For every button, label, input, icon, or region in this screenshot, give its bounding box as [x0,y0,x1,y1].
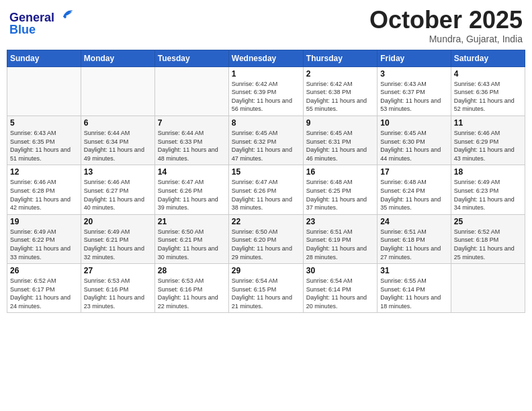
calendar-cell: 12Sunrise: 6:46 AMSunset: 6:28 PMDayligh… [7,165,81,214]
day-number: 3 [380,69,447,79]
calendar-cell: 3Sunrise: 6:43 AMSunset: 6:37 PMDaylight… [378,66,451,116]
day-number: 2 [306,69,374,79]
day-info: Sunrise: 6:53 AMSunset: 6:16 PMDaylight:… [84,277,152,310]
day-header-friday: Friday [378,50,451,66]
title-block: October 2025 Mundra, Gujarat, India [369,7,523,44]
day-number: 4 [454,69,522,79]
day-number: 18 [454,167,522,177]
calendar-cell: 18Sunrise: 6:49 AMSunset: 6:23 PMDayligh… [451,165,525,214]
day-number: 25 [454,217,522,226]
calendar-cell: 14Sunrise: 6:47 AMSunset: 6:26 PMDayligh… [154,165,228,214]
day-header-saturday: Saturday [451,50,525,66]
day-number: 17 [380,167,447,177]
calendar-cell: 17Sunrise: 6:48 AMSunset: 6:24 PMDayligh… [378,165,451,214]
location-subtitle: Mundra, Gujarat, India [369,34,523,44]
day-number: 8 [232,118,300,128]
calendar-header-row: SundayMondayTuesdayWednesdayThursdayFrid… [7,50,525,66]
day-number: 20 [84,217,152,226]
day-number: 22 [232,217,300,226]
calendar-cell: 15Sunrise: 6:47 AMSunset: 6:26 PMDayligh… [228,165,303,214]
day-number: 29 [232,266,300,275]
day-info: Sunrise: 6:53 AMSunset: 6:16 PMDaylight:… [158,277,226,310]
calendar-cell: 28Sunrise: 6:53 AMSunset: 6:16 PMDayligh… [154,264,228,313]
calendar-cell: 1Sunrise: 6:42 AMSunset: 6:39 PMDaylight… [228,66,303,116]
day-info: Sunrise: 6:48 AMSunset: 6:24 PMDaylight:… [380,178,447,212]
calendar-week-3: 12Sunrise: 6:46 AMSunset: 6:28 PMDayligh… [7,165,525,214]
day-number: 31 [380,266,447,275]
calendar-cell: 2Sunrise: 6:42 AMSunset: 6:38 PMDaylight… [303,66,377,116]
day-info: Sunrise: 6:51 AMSunset: 6:19 PMDaylight:… [306,228,374,261]
day-info: Sunrise: 6:52 AMSunset: 6:17 PMDaylight:… [10,277,78,310]
day-header-tuesday: Tuesday [154,50,228,66]
calendar-cell: 21Sunrise: 6:50 AMSunset: 6:21 PMDayligh… [154,214,228,263]
calendar-cell: 24Sunrise: 6:51 AMSunset: 6:18 PMDayligh… [378,214,451,263]
day-header-sunday: Sunday [7,50,81,66]
day-number: 15 [232,167,300,177]
day-info: Sunrise: 6:48 AMSunset: 6:25 PMDaylight:… [306,178,374,212]
calendar-cell [81,66,154,116]
calendar-cell: 27Sunrise: 6:53 AMSunset: 6:16 PMDayligh… [81,264,154,313]
month-title: October 2025 [369,7,523,34]
calendar-cell: 19Sunrise: 6:49 AMSunset: 6:22 PMDayligh… [7,214,81,263]
day-info: Sunrise: 6:45 AMSunset: 6:31 PMDaylight:… [306,129,374,163]
day-info: Sunrise: 6:47 AMSunset: 6:26 PMDaylight:… [232,178,300,212]
day-info: Sunrise: 6:44 AMSunset: 6:34 PMDaylight:… [84,129,152,163]
calendar-cell: 25Sunrise: 6:52 AMSunset: 6:18 PMDayligh… [451,214,525,263]
day-info: Sunrise: 6:46 AMSunset: 6:28 PMDaylight:… [10,178,78,212]
day-info: Sunrise: 6:49 AMSunset: 6:22 PMDaylight:… [10,228,78,261]
day-number: 13 [84,167,152,177]
calendar-cell: 6Sunrise: 6:44 AMSunset: 6:34 PMDaylight… [81,116,154,165]
logo-bird-icon [59,7,74,21]
day-number: 30 [306,266,374,275]
calendar-cell [7,66,81,116]
calendar-cell: 4Sunrise: 6:43 AMSunset: 6:36 PMDaylight… [451,66,525,116]
day-info: Sunrise: 6:42 AMSunset: 6:39 PMDaylight:… [232,80,300,113]
calendar-cell: 20Sunrise: 6:49 AMSunset: 6:21 PMDayligh… [81,214,154,263]
day-info: Sunrise: 6:43 AMSunset: 6:35 PMDaylight:… [10,129,78,163]
day-info: Sunrise: 6:43 AMSunset: 6:37 PMDaylight:… [380,80,447,113]
calendar-cell: 13Sunrise: 6:46 AMSunset: 6:27 PMDayligh… [81,165,154,214]
day-info: Sunrise: 6:43 AMSunset: 6:36 PMDaylight:… [454,80,522,113]
day-number: 11 [454,118,522,128]
calendar-cell: 7Sunrise: 6:44 AMSunset: 6:33 PMDaylight… [154,116,228,165]
day-info: Sunrise: 6:45 AMSunset: 6:32 PMDaylight:… [232,129,300,163]
day-info: Sunrise: 6:50 AMSunset: 6:20 PMDaylight:… [232,228,300,261]
day-header-thursday: Thursday [303,50,377,66]
day-number: 23 [306,217,374,226]
logo-general: General [9,7,74,24]
day-number: 26 [10,266,78,275]
day-number: 12 [10,167,78,177]
day-info: Sunrise: 6:52 AMSunset: 6:18 PMDaylight:… [454,228,522,261]
day-number: 24 [380,217,447,226]
calendar-cell: 16Sunrise: 6:48 AMSunset: 6:25 PMDayligh… [303,165,377,214]
day-number: 19 [10,217,78,226]
day-info: Sunrise: 6:44 AMSunset: 6:33 PMDaylight:… [158,129,226,163]
day-info: Sunrise: 6:51 AMSunset: 6:18 PMDaylight:… [380,228,447,261]
day-number: 27 [84,266,152,275]
day-info: Sunrise: 6:47 AMSunset: 6:26 PMDaylight:… [158,178,226,212]
calendar-cell [154,66,228,116]
day-number: 14 [158,167,226,177]
day-info: Sunrise: 6:46 AMSunset: 6:29 PMDaylight:… [454,129,522,163]
day-number: 9 [306,118,374,128]
day-number: 5 [10,118,78,128]
logo: General Blue [9,7,74,36]
day-info: Sunrise: 6:55 AMSunset: 6:14 PMDaylight:… [380,277,447,310]
calendar-cell: 29Sunrise: 6:54 AMSunset: 6:15 PMDayligh… [228,264,303,313]
day-header-monday: Monday [81,50,154,66]
day-info: Sunrise: 6:46 AMSunset: 6:27 PMDaylight:… [84,178,152,212]
logo-blue: Blue [9,24,74,36]
calendar-table: SundayMondayTuesdayWednesdayThursdayFrid… [7,50,525,314]
day-info: Sunrise: 6:45 AMSunset: 6:30 PMDaylight:… [380,129,447,163]
day-number: 1 [232,69,300,79]
calendar-cell: 23Sunrise: 6:51 AMSunset: 6:19 PMDayligh… [303,214,377,263]
calendar-cell: 10Sunrise: 6:45 AMSunset: 6:30 PMDayligh… [378,116,451,165]
calendar-cell: 11Sunrise: 6:46 AMSunset: 6:29 PMDayligh… [451,116,525,165]
day-info: Sunrise: 6:54 AMSunset: 6:15 PMDaylight:… [232,277,300,310]
day-header-wednesday: Wednesday [228,50,303,66]
calendar-week-5: 26Sunrise: 6:52 AMSunset: 6:17 PMDayligh… [7,264,525,313]
day-number: 28 [158,266,226,275]
calendar-cell: 9Sunrise: 6:45 AMSunset: 6:31 PMDaylight… [303,116,377,165]
calendar-week-4: 19Sunrise: 6:49 AMSunset: 6:22 PMDayligh… [7,214,525,263]
calendar-week-1: 1Sunrise: 6:42 AMSunset: 6:39 PMDaylight… [7,66,525,116]
